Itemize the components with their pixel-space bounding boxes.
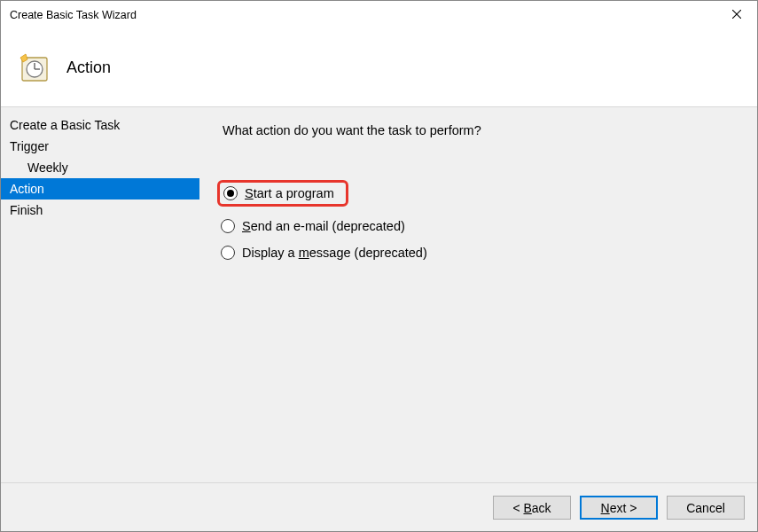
radio-indicator-unchecked-icon [221,246,235,260]
window-close-button[interactable] [716,1,757,29]
sidebar-item-trigger[interactable]: Trigger [1,136,199,157]
back-button[interactable]: < Back [493,496,571,520]
wizard-main-panel: What action do you want the task to perf… [199,107,757,482]
wizard-steps-sidebar: Create a Basic Task Trigger Weekly Actio… [1,107,199,482]
radio-indicator-unchecked-icon [221,219,235,233]
radio-label-send-email: Send an e-mail (deprecated) [242,219,405,233]
cancel-button[interactable]: Cancel [667,496,745,520]
sidebar-item-action[interactable]: Action [1,178,199,200]
clock-task-icon [19,52,51,84]
window-titlebar: Create Basic Task Wizard [1,1,757,29]
wizard-footer: < Back Next > Cancel [1,482,757,532]
sidebar-item-finish[interactable]: Finish [1,200,199,221]
radio-send-email[interactable]: Send an e-mail (deprecated) [221,219,741,233]
radio-label-start-program: Start a program [245,186,334,200]
wizard-content: Create a Basic Task Trigger Weekly Actio… [1,107,757,482]
wizard-banner: Action [1,29,757,107]
radio-display-message[interactable]: Display a message (deprecated) [221,246,741,260]
action-question: What action do you want the task to perf… [223,123,741,137]
radio-label-display-message: Display a message (deprecated) [242,246,427,260]
radio-start-program[interactable]: Start a program [217,180,348,207]
close-icon [732,9,741,21]
next-button[interactable]: Next > [580,496,658,520]
window-title: Create Basic Task Wizard [10,9,716,21]
wizard-step-title: Action [66,59,111,77]
sidebar-item-weekly[interactable]: Weekly [1,157,199,178]
radio-indicator-checked-icon [223,186,238,200]
sidebar-item-create-task[interactable]: Create a Basic Task [1,114,199,136]
